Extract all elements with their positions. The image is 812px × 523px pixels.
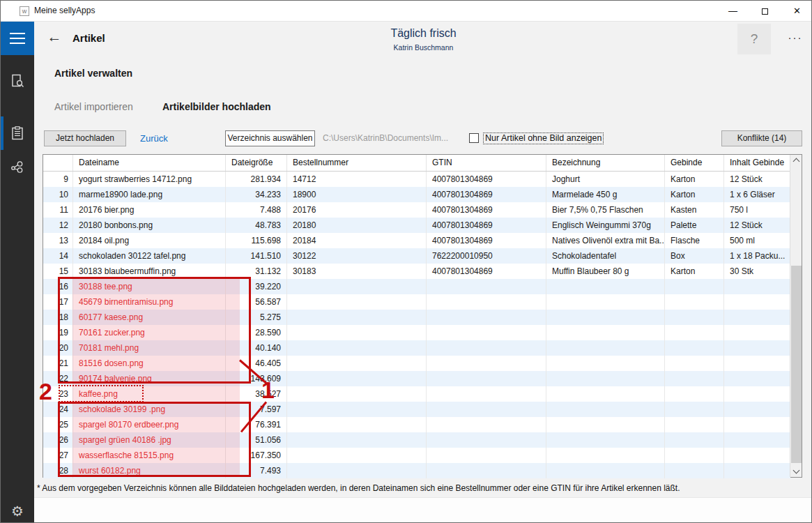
hamburger-menu-button[interactable] [1, 22, 34, 55]
cell-gtin [427, 340, 546, 356]
settings-button[interactable]: ⚙ [1, 497, 34, 523]
cell-order: 20176 [287, 202, 427, 218]
scroll-down-button[interactable] [790, 466, 802, 477]
cell-desc [546, 402, 665, 417]
cell-order [287, 356, 427, 371]
cell-name: schokolade 30199 .png [73, 402, 226, 417]
back-link[interactable]: Zurück [140, 133, 168, 144]
table-row[interactable]: 1530183 blaubeermuffin.png31.13230183400… [43, 264, 790, 279]
cell-pack [665, 386, 724, 402]
cell-gtin: 4007801304869 [427, 218, 546, 233]
cell-size: 115.698 [226, 233, 287, 248]
close-button[interactable]: ✕ [781, 1, 812, 22]
sidebar: ⚙ [1, 22, 34, 523]
cell-pack [665, 310, 724, 325]
upload-now-button[interactable]: Jetzt hochladen [44, 130, 126, 146]
cell-order [287, 340, 427, 356]
cell-gtin: 4007801304869 [427, 233, 546, 248]
cell-num: 28 [43, 463, 73, 478]
window-title: Meine sellyApps [34, 6, 95, 15]
filter-no-image-checkbox[interactable] [469, 133, 479, 143]
table-row[interactable]: 27wasserflasche 81515.png167.350 [43, 448, 790, 463]
table-row[interactable]: 2181516 dosen.png46.405 [43, 356, 790, 371]
document-search-icon [10, 74, 24, 88]
cell-name: 70161 zucker.png [73, 325, 226, 340]
cell-gtin [427, 371, 546, 386]
table-row[interactable]: 1120176 bier.png7.488201764007801304869B… [43, 202, 790, 218]
cell-pack [665, 340, 724, 356]
table-row[interactable]: 14schokoladen 30122 tafel.png141.5103012… [43, 248, 790, 264]
filter-no-image-label[interactable]: Nur Artikel ohne Bild anzeigen [483, 132, 604, 144]
cell-gtin [427, 356, 546, 371]
table-row[interactable]: 25spargel 80170 erdbeer.png76.391 [43, 417, 790, 432]
cell-content [724, 417, 790, 432]
cell-name: wasserflasche 81515.png [73, 448, 226, 463]
table-row[interactable]: 10marme18900 lade.png34.2331890040078013… [43, 187, 790, 202]
cell-name: 20184 oil.png [73, 233, 226, 248]
table-row[interactable]: 1320184 oil.png115.698201844007801304869… [43, 233, 790, 248]
cell-name: 60177 kaese.png [73, 310, 226, 325]
vertical-scrollbar[interactable] [790, 155, 802, 477]
minimize-button[interactable]: — [717, 1, 749, 22]
col-header-inhalt-gebinde[interactable]: Inhalt Gebinde [724, 155, 790, 171]
table-row[interactable]: 1860177 kaese.png5.275 [43, 310, 790, 325]
conflicts-button[interactable]: Konflikte (14) [721, 130, 802, 146]
table-row[interactable]: 28wurst 60182.png7.493 [43, 463, 790, 478]
col-header-bestellnummer[interactable]: Bestellnummer [287, 155, 427, 171]
cell-content: 12 Stück [724, 218, 790, 233]
chevron-down-icon [793, 467, 800, 474]
sidebar-item-forms[interactable] [1, 67, 34, 95]
table-row[interactable]: 2070181 mehl.png40.140 [43, 340, 790, 356]
cell-name: spargel 80170 erdbeer.png [73, 417, 226, 432]
cell-pack: Karton [665, 264, 724, 279]
col-header-dateiname[interactable]: Dateiname [73, 155, 226, 171]
cell-pack [665, 432, 724, 448]
cell-num: 16 [43, 279, 73, 294]
cell-order [287, 448, 427, 463]
cell-pack [665, 371, 724, 386]
table-row[interactable]: 1220180 bonbons.png48.783201804007801304… [43, 218, 790, 233]
maximize-icon [762, 8, 768, 15]
cell-content [724, 310, 790, 325]
cell-size: 5.275 [226, 310, 287, 325]
cell-size: 7.488 [226, 202, 287, 218]
cell-desc [546, 340, 665, 356]
sidebar-item-articles[interactable] [1, 119, 34, 147]
maximize-button[interactable] [749, 1, 781, 22]
table-row[interactable]: 23kaffee.png38.527 [43, 386, 790, 402]
table-row[interactable]: 1970161 zucker.png28.590 [43, 325, 790, 340]
help-button[interactable]: ? [737, 24, 771, 54]
table-row[interactable]: 1745679 birnentiramisu.png56.587 [43, 294, 790, 310]
table-row[interactable]: 26spargel grüen 40186 .jpg51.056 [43, 432, 790, 448]
table-row[interactable]: 2290174 balvenie.png143.609 [43, 371, 790, 386]
cell-desc [546, 356, 665, 371]
cell-order [287, 310, 427, 325]
cell-name: wurst 60182.png [73, 463, 226, 478]
tab-artikel-importieren[interactable]: Artikel importieren [54, 101, 133, 112]
col-header-rownum[interactable] [43, 155, 73, 171]
table-row[interactable]: 24schokolade 30199 .png7.597 [43, 402, 790, 417]
table-row[interactable]: 1630188 tee.png39.220 [43, 279, 790, 294]
col-header-bezeichnung[interactable]: Bezeichnung [546, 155, 665, 171]
cell-name: yogurt strawberries 14712.png [73, 172, 226, 187]
cell-desc: Marmelade 450 g [546, 187, 665, 202]
sidebar-item-share[interactable] [1, 153, 34, 181]
col-header-gebinde[interactable]: Gebinde [665, 155, 724, 171]
app-window: w Meine sellyApps — ✕ [0, 0, 812, 523]
cell-size: 51.056 [226, 432, 287, 448]
articles-table: Dateiname Dateigröße Bestellnummer GTIN … [43, 154, 802, 478]
cell-size: 39.220 [226, 279, 287, 294]
col-header-dateigroesse[interactable]: Dateigröße [226, 155, 287, 171]
scroll-up-button[interactable] [790, 155, 802, 166]
cell-desc: Schokoladentafel [546, 248, 665, 264]
scrollbar-thumb[interactable] [791, 266, 802, 463]
cell-num: 21 [43, 356, 73, 371]
cell-name: schokoladen 30122 tafel.png [73, 248, 226, 264]
more-options-button[interactable]: ··· [781, 24, 809, 54]
cell-content [724, 463, 790, 478]
cell-desc [546, 463, 665, 478]
table-row[interactable]: 9yogurt strawberries 14712.png281.934147… [43, 172, 790, 187]
col-header-gtin[interactable]: GTIN [427, 155, 546, 171]
tab-artikelbilder-hochladen[interactable]: Artikelbilder hochladen [162, 101, 271, 112]
choose-directory-button[interactable]: Verzeichnis auswählen [225, 130, 315, 146]
